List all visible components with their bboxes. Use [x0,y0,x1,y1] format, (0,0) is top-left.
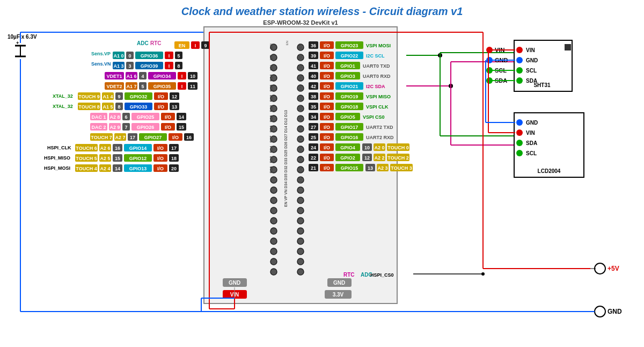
svg-text:I2C SDA: I2C SDA [366,84,385,89]
svg-text:4: 4 [141,74,144,79]
svg-text:12: 12 [172,94,177,99]
svg-rect-298 [309,92,318,100]
svg-text:16: 16 [186,135,192,140]
svg-text:A2 7: A2 7 [115,135,125,140]
svg-rect-230 [113,154,122,162]
svg-text:UART0 RXD: UART0 RXD [363,74,391,79]
svg-text:VDET2: VDET2 [106,84,122,89]
svg-point-30 [270,248,277,255]
svg-point-16 [270,105,277,112]
svg-text:12: 12 [364,155,370,161]
svg-rect-107 [126,52,134,59]
svg-text:TX0: TX0 [298,74,302,81]
svg-rect-267 [320,62,334,69]
svg-text:GPIO13: GPIO13 [129,166,147,171]
svg-rect-128 [126,72,137,79]
svg-point-38 [297,95,304,102]
svg-rect-359 [320,164,334,171]
svg-text:GPIO21: GPIO21 [341,84,358,89]
svg-rect-247 [153,164,167,172]
svg-text:GPIO19: GPIO19 [341,94,358,99]
svg-text:D18: D18 [298,115,302,122]
svg-rect-178 [109,113,121,120]
svg-rect-9 [204,27,397,303]
svg-text:GND: GND [526,120,538,126]
svg-rect-272 [309,72,318,79]
svg-rect-105 [113,52,125,59]
svg-text:TOUCH 8: TOUCH 8 [78,104,99,110]
svg-rect-100 [191,41,200,49]
svg-rect-202 [114,133,126,141]
svg-text:5: 5 [177,53,180,59]
svg-rect-85 [223,278,247,287]
svg-text:DAC 1: DAC 1 [91,114,106,120]
svg-text:GPIO5: GPIO5 [340,114,355,120]
svg-text:VSPI MOSI: VSPI MOSI [366,43,391,48]
svg-point-18 [270,126,277,132]
svg-text:+5V: +5V [608,265,619,272]
svg-text:15: 15 [179,125,184,130]
svg-text:14: 14 [179,114,184,120]
svg-point-27 [270,218,277,224]
svg-text:GPIO36: GPIO36 [141,53,158,59]
svg-rect-353 [374,154,385,161]
svg-rect-132 [148,72,176,79]
svg-point-287 [449,84,453,88]
svg-text:6: 6 [125,114,127,120]
capacitor-label: 10µF x 6.3V [8,34,37,40]
svg-point-13 [270,75,277,81]
svg-rect-159 [154,92,168,100]
svg-text:VSPI MISO: VSPI MISO [366,94,391,99]
svg-text:ADC: ADC [137,40,149,46]
svg-rect-314 [320,113,334,120]
svg-rect-363 [365,164,375,171]
svg-rect-192 [122,123,130,131]
svg-rect-184 [161,113,175,120]
svg-rect-249 [169,164,179,172]
svg-text:GPIO3: GPIO3 [340,74,355,79]
svg-text:A2 6: A2 6 [100,146,110,151]
svg-text:8: 8 [118,104,120,110]
svg-text:GPIO4: GPIO4 [340,145,355,150]
svg-rect-245 [124,164,152,172]
svg-rect-120 [135,62,163,69]
svg-text:HSPI_MOSI: HSPI_MOSI [44,165,70,171]
svg-point-382 [516,119,523,126]
svg-text:GPIO15: GPIO15 [341,165,358,171]
svg-text:HSPI_CLK: HSPI_CLK [47,145,71,150]
svg-text:I/O: I/O [158,104,164,110]
svg-point-29 [270,238,277,244]
svg-text:TX2: TX2 [298,135,302,142]
svg-text:D12: D12 [269,156,273,163]
svg-text:39: 39 [311,53,316,59]
svg-text:A1 4: A1 4 [103,94,113,99]
svg-rect-265 [309,62,318,69]
svg-text:I/O: I/O [157,156,164,161]
svg-text:9: 9 [118,94,120,99]
svg-rect-180 [122,113,130,120]
svg-point-14 [270,85,277,91]
svg-point-49 [297,207,304,214]
svg-point-26 [270,207,277,214]
svg-text:Sens.VN: Sens.VN [91,61,111,67]
svg-text:A2 3: A2 3 [377,165,387,171]
svg-text:HSPI_MISO: HSPI_MISO [44,155,70,161]
svg-text:17: 17 [171,146,177,151]
svg-rect-380 [514,113,584,177]
svg-text:5: 5 [141,84,144,89]
svg-rect-206 [139,133,167,141]
svg-rect-269 [335,62,360,69]
svg-point-42 [297,136,304,142]
svg-rect-243 [113,164,122,172]
svg-text:GND: GND [608,308,622,315]
svg-rect-239 [75,164,98,172]
svg-point-48 [297,197,304,204]
svg-text:D21: D21 [298,95,302,102]
svg-text:27: 27 [311,125,316,130]
svg-rect-355 [387,154,409,161]
svg-rect-367 [390,164,413,171]
svg-rect-335 [320,143,334,151]
svg-text:A1 3: A1 3 [113,63,123,69]
svg-rect-316 [335,113,360,120]
svg-point-31 [270,258,277,265]
